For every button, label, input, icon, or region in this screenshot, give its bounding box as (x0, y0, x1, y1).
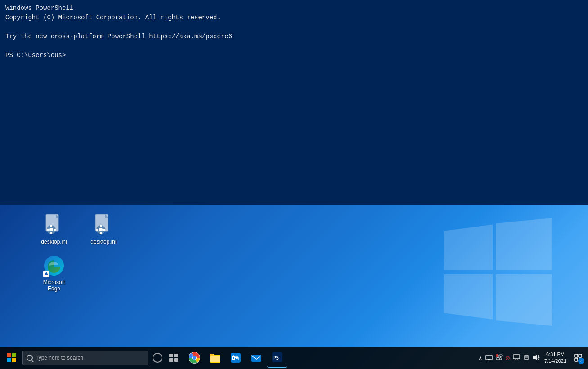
desktop-icon-row-2: MicrosoftEdge (36, 254, 121, 292)
system-clock[interactable]: 6:31 PM 7/14/2021 (542, 351, 569, 365)
svg-rect-61 (575, 354, 578, 357)
svg-marker-60 (533, 355, 537, 360)
taskbar-chrome[interactable] (184, 348, 204, 368)
svg-rect-8 (50, 225, 52, 227)
taskbar-apps: 🛍 PS (184, 348, 287, 368)
volume-icon[interactable] (533, 354, 540, 362)
edge-label: MicrosoftEdge (43, 279, 65, 292)
powershell-icon: PS (271, 351, 283, 363)
svg-rect-25 (12, 358, 16, 362)
taskbar: Type here to search (0, 347, 588, 369)
task-view-button[interactable] (166, 351, 181, 365)
svg-rect-46 (499, 355, 502, 356)
svg-rect-23 (12, 353, 16, 357)
edge-icon (42, 254, 66, 277)
svg-rect-16 (100, 225, 102, 227)
taskbar-ms-store[interactable]: 🛍 (226, 348, 246, 368)
mail-icon (251, 352, 262, 364)
start-button[interactable] (3, 349, 21, 367)
taskbar-powershell[interactable]: PS (267, 348, 287, 368)
chrome-icon (189, 352, 200, 364)
svg-rect-34 (210, 354, 214, 356)
svg-rect-42 (488, 359, 490, 360)
desktop-icon-ini-2[interactable]: desktop.ini (85, 213, 121, 245)
ms-store-icon: 🛍 (230, 352, 242, 364)
display-icon[interactable] (513, 354, 520, 362)
system-tray: ∧ (478, 349, 585, 367)
svg-rect-41 (486, 355, 492, 360)
svg-rect-63 (575, 358, 578, 361)
ini-2-label: desktop.ini (90, 239, 116, 245)
cortana-icon (153, 353, 162, 363)
cortana-button[interactable] (150, 351, 165, 365)
svg-text:🛍: 🛍 (232, 354, 239, 362)
search-icon (27, 355, 33, 361)
svg-rect-29 (174, 358, 178, 362)
svg-rect-24 (7, 358, 11, 362)
svg-marker-0 (444, 224, 493, 270)
powershell-terminal[interactable]: Windows PowerShell Copyright (C) Microso… (0, 0, 588, 205)
taskbar-mail[interactable] (247, 348, 266, 368)
svg-rect-48 (496, 358, 498, 360)
svg-rect-57 (525, 355, 528, 360)
svg-rect-43 (487, 360, 491, 360)
svg-rect-26 (169, 354, 173, 357)
ini-file-icon-1 (42, 213, 66, 237)
svg-marker-2 (444, 274, 493, 320)
ps-line-4: Try the new cross-platform PowerShell ht… (5, 32, 583, 41)
svg-point-7 (49, 228, 53, 231)
desktop-icons-container: desktop.ini desktop.ini (36, 213, 121, 292)
windows-start-icon (7, 353, 17, 363)
svg-rect-50 (498, 358, 500, 360)
svg-rect-44 (496, 354, 498, 357)
desktop-icon-ini-1[interactable]: desktop.ini (36, 213, 72, 245)
svg-rect-27 (174, 354, 178, 357)
windows-logo-watermark (444, 205, 552, 339)
file-explorer-icon (209, 352, 221, 364)
clock-date: 7/14/2021 (544, 358, 566, 365)
svg-rect-62 (579, 354, 582, 357)
svg-rect-38 (251, 355, 261, 362)
svg-marker-1 (496, 218, 552, 270)
desktop-icon-row-1: desktop.ini desktop.ini (36, 213, 121, 245)
svg-rect-9 (50, 232, 52, 234)
wifi-icon[interactable] (523, 354, 530, 362)
svg-rect-28 (169, 358, 173, 362)
ps-line-1: Windows PowerShell (5, 4, 583, 13)
network-icon[interactable] (495, 354, 503, 362)
clock-time: 6:31 PM (546, 351, 565, 358)
security-icon[interactable]: ⊘ (505, 355, 510, 361)
desktop: desktop.ini desktop.ini (0, 205, 588, 369)
ps-line-3 (5, 22, 583, 32)
notification-badge: 2 (578, 358, 584, 364)
ini-file-icon-2 (92, 213, 115, 237)
desktop-icon-edge[interactable]: MicrosoftEdge (36, 254, 72, 292)
ps-line-5 (5, 41, 583, 51)
svg-rect-53 (513, 355, 520, 359)
ps-prompt: PS C:\Users\cus> (5, 51, 583, 60)
svg-rect-22 (7, 353, 11, 357)
task-view-icon (169, 354, 178, 362)
search-placeholder: Type here to search (36, 355, 83, 361)
svg-rect-17 (100, 232, 102, 234)
svg-rect-35 (210, 356, 220, 362)
svg-rect-19 (103, 229, 105, 231)
taskbar-search[interactable]: Type here to search (22, 351, 148, 365)
svg-rect-11 (54, 229, 56, 231)
notification-center-button[interactable]: 2 (571, 349, 585, 367)
show-hidden-tray-button[interactable]: ∧ (478, 355, 483, 361)
svg-rect-10 (47, 229, 49, 231)
svg-point-32 (193, 356, 196, 360)
svg-rect-18 (96, 229, 98, 231)
svg-rect-52 (500, 358, 502, 360)
svg-marker-3 (496, 274, 552, 326)
virtual-desktop-icon[interactable] (485, 354, 493, 362)
svg-text:PS: PS (273, 355, 279, 361)
ps-line-2: Copyright (C) Microsoft Corporation. All… (5, 13, 583, 22)
ini-1-label: desktop.ini (41, 239, 67, 245)
svg-point-15 (99, 228, 103, 231)
taskbar-file-explorer[interactable] (205, 348, 225, 368)
tray-icons: ∧ (478, 354, 540, 362)
